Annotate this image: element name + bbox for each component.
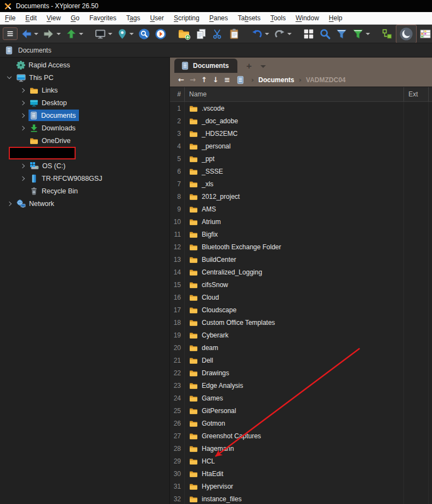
tree-item-redacted[interactable] — [0, 147, 169, 159]
file-row[interactable]: 27Greenshot Captures — [170, 429, 432, 442]
file-row[interactable]: 15cifsSnow — [170, 278, 432, 291]
menu-edit[interactable]: Edit — [20, 13, 42, 24]
file-row[interactable]: 28Hagemann — [170, 442, 432, 455]
menu-tabsets[interactable]: Tabsets — [233, 13, 265, 24]
menu-user[interactable]: User — [145, 13, 169, 24]
tree-item-this-pc[interactable]: This PC — [0, 71, 169, 84]
tree-item-network[interactable]: Network — [0, 197, 169, 210]
row-name-cell[interactable]: _xls — [185, 177, 404, 190]
menu-panes[interactable]: Panes — [204, 13, 233, 24]
chevron-closed-icon[interactable] — [16, 177, 29, 180]
tree-item-desktop[interactable]: Desktop — [0, 96, 169, 109]
file-row[interactable]: 31Hypervisor — [170, 480, 432, 492]
file-row[interactable]: 14Centralized_Logging — [170, 266, 432, 278]
file-row[interactable]: 25GitPersonal — [170, 404, 432, 417]
back-button[interactable] — [19, 27, 40, 41]
tree-item-tr-rfcw9088gsj[interactable]: TR-RFCW9088GSJ — [0, 172, 169, 185]
row-name-cell[interactable]: Bigfix — [185, 228, 404, 240]
row-name-cell[interactable]: BuildCenter — [185, 253, 404, 266]
file-row[interactable]: 11Bigfix — [170, 228, 432, 240]
breadcrumb-segment-documents[interactable]: Documents — [258, 76, 294, 84]
tree-item-links[interactable]: Links — [0, 84, 169, 96]
file-row[interactable]: 3_HDS2EMC — [170, 127, 432, 140]
tiles-view-button[interactable] — [301, 27, 316, 41]
chevron-closed-icon[interactable] — [16, 127, 29, 130]
tree-path-tracing-button[interactable] — [379, 27, 395, 41]
row-name-cell[interactable]: Cyberark — [185, 329, 404, 341]
row-name-cell[interactable]: Greenshot Captures — [185, 429, 404, 442]
file-row[interactable]: 1.vscode — [170, 102, 432, 114]
undo-button[interactable] — [249, 27, 271, 41]
dropdown-caret-icon[interactable] — [129, 33, 134, 35]
tree-item-documents[interactable]: Documents — [0, 109, 169, 122]
row-name-cell[interactable]: Hagemann — [185, 442, 404, 455]
tree-item-downloads[interactable]: Downloads — [0, 122, 169, 134]
go-to-button[interactable] — [153, 27, 168, 41]
file-row[interactable]: 2_doc_adobe — [170, 114, 432, 127]
zoom-button[interactable] — [137, 27, 152, 41]
chevron-closed-icon[interactable] — [16, 89, 29, 92]
tree-item-onedrive[interactable]: OneDrive — [0, 134, 169, 147]
visual-filter-button[interactable] — [350, 27, 372, 41]
file-row[interactable]: 9AMS — [170, 203, 432, 215]
file-row[interactable]: 7_xls — [170, 177, 432, 190]
new-tab-button[interactable]: + — [246, 61, 252, 71]
row-name-cell[interactable]: Atrium — [185, 215, 404, 228]
file-row[interactable]: 20deam — [170, 341, 432, 354]
file-row[interactable]: 21Dell — [170, 354, 432, 366]
row-name-cell[interactable]: HCL — [185, 455, 404, 467]
find-button[interactable] — [317, 27, 333, 41]
breadcrumb-segment-vadmzdc04[interactable]: VADMZDC04 — [306, 76, 345, 84]
menu-tools[interactable]: Tools — [265, 13, 291, 24]
row-name-cell[interactable]: _SSSE — [185, 165, 404, 177]
file-row[interactable]: 16Cloud — [170, 291, 432, 303]
column-header-number[interactable]: # — [170, 87, 185, 101]
file-row[interactable]: 29HCL — [170, 455, 432, 467]
location-button[interactable] — [115, 27, 135, 41]
row-name-cell[interactable]: HtaEdit — [185, 467, 404, 480]
chevron-closed-icon[interactable] — [3, 202, 15, 205]
file-row[interactable]: 23Edge Analysis — [170, 379, 432, 392]
row-name-cell[interactable]: Bluetooth Exchange Folder — [185, 240, 404, 253]
menu-view[interactable]: View — [42, 13, 66, 24]
row-name-cell[interactable]: Custom Office Templates — [185, 316, 404, 329]
menu-tags[interactable]: Tags — [121, 13, 145, 24]
new-folder-button[interactable] — [176, 27, 192, 41]
redo-button[interactable] — [272, 27, 293, 41]
dropdown-caret-icon[interactable] — [56, 33, 61, 35]
tree-item-rapid-access[interactable]: Rapid Access — [0, 59, 169, 71]
row-name-cell[interactable]: cifsSnow — [185, 278, 404, 291]
row-name-cell[interactable]: AMS — [185, 203, 404, 215]
row-name-cell[interactable]: Drawings — [185, 366, 404, 379]
row-name-cell[interactable]: Games — [185, 392, 404, 404]
nav-down-button[interactable]: ↓ — [210, 76, 221, 84]
menu-window[interactable]: Window — [291, 13, 324, 24]
copy-button[interactable] — [194, 27, 209, 41]
chevron-open-icon[interactable] — [3, 77, 15, 78]
file-row[interactable]: 19Cyberark — [170, 329, 432, 341]
row-name-cell[interactable]: deam — [185, 341, 404, 354]
configure-columns-button[interactable] — [418, 27, 432, 41]
filter-button[interactable] — [334, 27, 349, 41]
dropdown-caret-icon[interactable] — [79, 33, 83, 35]
tab-list-caret-icon[interactable] — [260, 65, 266, 68]
chevron-closed-icon[interactable] — [16, 101, 29, 105]
row-name-cell[interactable]: _doc_adobe — [185, 114, 404, 127]
nav-menu-button[interactable]: ≡ — [221, 76, 233, 84]
row-name-cell[interactable]: GitPersonal — [185, 404, 404, 417]
tab-documents[interactable]: Documents — [174, 59, 237, 73]
file-row[interactable]: 30HtaEdit — [170, 467, 432, 480]
file-row[interactable]: 82012_project — [170, 190, 432, 203]
file-row[interactable]: 26Gotmon — [170, 417, 432, 429]
row-name-cell[interactable]: _personal — [185, 140, 404, 152]
nav-up-button[interactable]: ↑ — [198, 76, 210, 84]
cut-button[interactable] — [210, 27, 225, 41]
column-header-ext[interactable]: Ext — [404, 87, 429, 101]
show-desktop-button[interactable] — [93, 27, 114, 41]
row-name-cell[interactable]: instance_files — [185, 492, 404, 504]
row-name-cell[interactable]: _HDS2EMC — [185, 127, 404, 140]
row-name-cell[interactable]: Cloud — [185, 291, 404, 303]
nav-back-button[interactable]: ← — [175, 76, 187, 84]
menu-favorites[interactable]: Favorites — [84, 13, 121, 24]
row-name-cell[interactable]: _ppt — [185, 152, 404, 165]
